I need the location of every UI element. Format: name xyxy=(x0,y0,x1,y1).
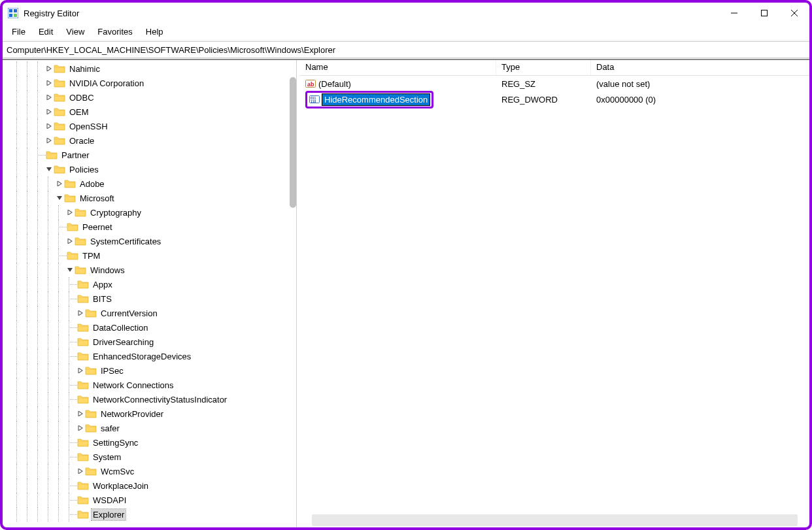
tree-item-settingsync[interactable]: SettingSync xyxy=(3,435,296,450)
value-data: (value not set) xyxy=(591,78,809,90)
folder-icon xyxy=(85,423,97,433)
tree-item-currentversion[interactable]: CurrentVersion xyxy=(3,306,296,320)
tree-item-tpm[interactable]: TPM xyxy=(3,248,296,263)
tree-item-networkconnectivitystatusindicator[interactable]: NetworkConnectivityStatusIndicator xyxy=(3,392,296,406)
tree-item-label: NetworkConnectivityStatusIndicator xyxy=(92,394,228,405)
tree-item-label: ODBC xyxy=(68,92,95,103)
chevron-right-icon[interactable] xyxy=(44,64,54,73)
address-bar[interactable]: Computer\HKEY_LOCAL_MACHINE\SOFTWARE\Pol… xyxy=(3,41,809,58)
tree-item-label: CurrentVersion xyxy=(99,308,159,319)
column-data[interactable]: Data xyxy=(591,60,809,75)
maximize-button[interactable] xyxy=(749,3,779,24)
tree-item-networkprovider[interactable]: NetworkProvider xyxy=(3,406,296,421)
chevron-right-icon[interactable] xyxy=(65,237,75,246)
tree-item-label: BITS xyxy=(92,293,113,305)
tree-item-safer[interactable]: safer xyxy=(3,421,296,435)
tree-item-driversearching[interactable]: DriverSearching xyxy=(3,335,296,349)
value-name: (Default) xyxy=(318,79,351,89)
chevron-right-icon[interactable] xyxy=(44,93,54,102)
chevron-right-icon[interactable] xyxy=(44,78,54,88)
titlebar[interactable]: Registry Editor xyxy=(3,3,809,24)
minimize-button[interactable] xyxy=(719,3,749,24)
chevron-right-icon[interactable] xyxy=(44,136,54,145)
menu-file[interactable]: File xyxy=(5,25,32,39)
menu-edit[interactable]: Edit xyxy=(32,25,59,39)
tree-item-wcmsvc[interactable]: WcmSvc xyxy=(3,464,296,478)
chevron-right-icon[interactable] xyxy=(44,107,54,116)
column-name[interactable]: Name xyxy=(300,60,496,75)
string-value-icon: ab xyxy=(305,78,316,89)
tree-scrollbar-thumb[interactable] xyxy=(290,77,296,208)
tree-item-systemcertificates[interactable]: SystemCertificates xyxy=(3,234,296,248)
chevron-right-icon[interactable] xyxy=(44,122,54,131)
tree-item-oem[interactable]: OEM xyxy=(3,105,296,119)
svg-rect-3 xyxy=(9,14,12,17)
chevron-down-icon[interactable] xyxy=(55,193,64,203)
chevron-down-icon[interactable] xyxy=(44,165,54,174)
tree-item-ipsec[interactable]: IPSec xyxy=(3,363,296,378)
menu-view[interactable]: View xyxy=(59,25,91,39)
svg-rect-1 xyxy=(9,9,12,12)
folder-icon xyxy=(46,150,58,159)
chevron-right-icon[interactable] xyxy=(65,208,75,217)
tree-item-adobe[interactable]: Adobe xyxy=(3,176,296,191)
tree-item-datacollection[interactable]: DataCollection xyxy=(3,320,296,335)
svg-rect-2 xyxy=(14,9,17,12)
menubar: File Edit View Favorites Help xyxy=(3,24,809,41)
chevron-right-icon[interactable] xyxy=(55,179,64,188)
tree-item-explorer[interactable]: Explorer xyxy=(3,507,296,522)
column-type[interactable]: Type xyxy=(496,60,591,75)
chevron-right-icon[interactable] xyxy=(76,467,85,476)
tree-item-openssh[interactable]: OpenSSH xyxy=(3,119,296,133)
tree-item-label: Nahimic xyxy=(68,63,101,75)
values-horizontal-scrollbar[interactable] xyxy=(312,514,798,526)
tree-item-label: TPM xyxy=(81,250,101,261)
chevron-right-icon[interactable] xyxy=(76,423,85,433)
tree-item-label: SystemCertificates xyxy=(89,236,162,247)
tree-item-label: Partner xyxy=(60,150,91,161)
chevron-right-icon[interactable] xyxy=(76,308,85,318)
tree-item-label: System xyxy=(92,452,122,463)
tree-item-label: WSDAPI xyxy=(92,495,127,506)
folder-icon xyxy=(64,193,76,203)
value-name[interactable]: HideRecommendedSection xyxy=(322,94,430,105)
menu-help[interactable]: Help xyxy=(139,25,170,39)
tree-item-policies[interactable]: Policies xyxy=(3,162,296,176)
tree-item-system[interactable]: System xyxy=(3,450,296,464)
tree-item-partner[interactable]: Partner xyxy=(3,148,296,162)
tree-pane[interactable]: NahimicNVIDIA CorporationODBCOEMOpenSSHO… xyxy=(3,60,297,527)
tree-item-network-connections[interactable]: Network Connections xyxy=(3,378,296,392)
close-button[interactable] xyxy=(779,3,809,24)
chevron-right-icon[interactable] xyxy=(76,409,85,418)
tree-item-peernet[interactable]: Peernet xyxy=(3,220,296,234)
folder-icon xyxy=(67,251,78,260)
tree-item-nahimic[interactable]: Nahimic xyxy=(3,61,296,76)
values-pane[interactable]: Name Type Data ab(Default)REG_SZ(value n… xyxy=(300,60,809,527)
menu-favorites[interactable]: Favorites xyxy=(91,25,139,39)
tree-item-label: Policies xyxy=(68,164,100,175)
tree-item-label: Peernet xyxy=(81,222,114,233)
chevron-down-icon[interactable] xyxy=(65,265,75,274)
folder-icon xyxy=(77,395,89,404)
tree-item-bits[interactable]: BITS xyxy=(3,291,296,306)
tree-item-wsdapi[interactable]: WSDAPI xyxy=(3,493,296,507)
tree-item-label: WcmSvc xyxy=(99,466,135,477)
tree-item-cryptography[interactable]: Cryptography xyxy=(3,205,296,220)
folder-icon xyxy=(77,323,89,332)
tree-item-windows[interactable]: Windows xyxy=(3,263,296,277)
tree-item-oracle[interactable]: Oracle xyxy=(3,133,296,148)
tree-item-workplacejoin[interactable]: WorkplaceJoin xyxy=(3,478,296,493)
tree-item-nvidia-corporation[interactable]: NVIDIA Corporation xyxy=(3,76,296,90)
folder-icon xyxy=(54,78,65,88)
tree-item-appx[interactable]: Appx xyxy=(3,277,296,291)
tree-item-odbc[interactable]: ODBC xyxy=(3,90,296,105)
chevron-right-icon[interactable] xyxy=(76,366,85,375)
tree-item-enhancedstoragedevices[interactable]: EnhancedStorageDevices xyxy=(3,349,296,363)
tree-item-microsoft[interactable]: Microsoft xyxy=(3,191,296,205)
values-header: Name Type Data xyxy=(300,60,809,76)
folder-icon xyxy=(54,107,65,116)
value-row[interactable]: 011110HideRecommendedSectionREG_DWORD0x0… xyxy=(300,91,809,107)
tree-item-label: Appx xyxy=(92,279,114,290)
tree-item-label: OpenSSH xyxy=(68,121,109,132)
folder-icon xyxy=(75,237,86,246)
